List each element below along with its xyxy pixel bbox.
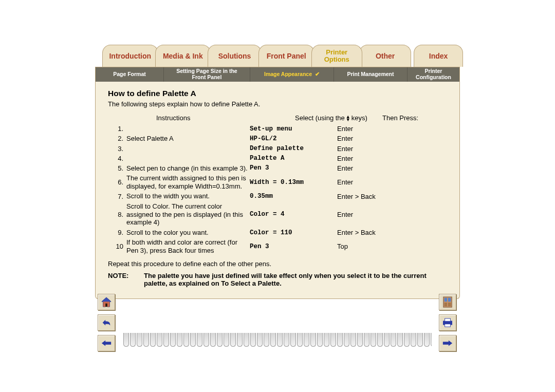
back-button[interactable] [98, 314, 115, 331]
row-select: Color = 110 [250, 229, 337, 236]
row-select: Define palette [250, 145, 337, 152]
tab-index[interactable]: Index [414, 45, 463, 67]
content-panel: How to define Palette A The following st… [95, 82, 460, 299]
home-button[interactable] [98, 294, 115, 310]
row-press: Enter [337, 135, 394, 142]
row-number: 6. [108, 178, 126, 186]
table-row: 7.Scroll to the width you want.0.35mmEnt… [108, 192, 449, 200]
row-press: Enter [337, 125, 394, 133]
repeat-text: Repeat this procedure to define each of … [108, 260, 449, 268]
row-instruction: Select Palette A [126, 135, 250, 143]
row-number: 5. [108, 164, 126, 172]
note-label: NOTE: [108, 272, 144, 287]
spiral-coil [157, 333, 162, 347]
svg-rect-3 [105, 304, 107, 307]
spiral-coil [163, 333, 169, 347]
row-press: Enter > Back [337, 193, 394, 200]
tab-other[interactable]: Other [359, 45, 411, 67]
spiral-coil [364, 333, 369, 347]
svg-rect-6 [448, 298, 451, 302]
row-press: Top [337, 242, 394, 250]
row-select: Set-up menu [250, 125, 337, 133]
spiral-coil [431, 333, 432, 347]
svg-marker-2 [102, 297, 111, 302]
row-instruction: Scroll to the color you want. [126, 229, 250, 237]
row-number: 7. [108, 193, 126, 200]
tab-media-ink[interactable]: Media & Ink [155, 45, 211, 67]
spiral-coil [417, 333, 423, 347]
prev-icon [101, 339, 112, 347]
spiral-coil [344, 333, 349, 347]
tab-front-panel[interactable]: Front Panel [258, 45, 314, 67]
spiral-coil [217, 333, 223, 347]
spiral-coil [330, 333, 336, 347]
spiral-coil [411, 333, 416, 347]
subtab-page-format[interactable]: Page Format [96, 67, 164, 82]
spiral-coil [317, 333, 323, 347]
row-press: Enter [337, 178, 394, 186]
spiral-coil [377, 333, 383, 347]
spiral-coil [424, 333, 430, 347]
spiral-coil [304, 333, 309, 347]
page-subtitle: The following steps explain how to defin… [108, 100, 449, 108]
prev-button[interactable] [98, 335, 115, 351]
tab-printer-line1: Printer [326, 49, 347, 56]
spiral-coil [337, 333, 343, 347]
table-row: 5.Select pen to change (in this example … [108, 164, 449, 173]
spiral-coil [130, 333, 136, 347]
tab-printer-options[interactable]: Printer Options [311, 45, 362, 67]
row-select: Color = 4 [250, 211, 337, 218]
svg-rect-7 [445, 303, 448, 306]
col-header-select: Select (using the ▲▼ keys) [295, 114, 382, 122]
subtab-setting-page-size[interactable]: Setting Page Size in the Front Panel [164, 67, 250, 82]
tab-introduction[interactable]: Introduction [102, 45, 158, 67]
row-press: Enter [337, 155, 394, 162]
row-number: 8. [108, 211, 126, 218]
row-number: 4. [108, 155, 126, 162]
table-header: Instructions Select (using the ▲▼ keys) … [108, 114, 449, 122]
row-press: Enter [337, 211, 394, 218]
spiral-coil [237, 333, 243, 347]
svg-rect-8 [448, 303, 451, 306]
spiral-coil [250, 333, 256, 347]
table-row: 4.Palette AEnter [108, 155, 449, 162]
svg-rect-5 [445, 298, 448, 302]
row-instruction: Scroll to Color. The current color assig… [126, 202, 250, 227]
subtab-printer-configuration[interactable]: Printer Configuration [408, 67, 459, 82]
table-row: 3.Define paletteEnter [108, 145, 449, 153]
table-row: 10If both width and color are correct (f… [108, 238, 449, 254]
print-button[interactable] [439, 314, 456, 331]
exit-icon [442, 296, 453, 308]
subtab-print-management[interactable]: Print Management [334, 67, 408, 82]
next-button[interactable] [439, 335, 456, 351]
spiral-coil [170, 333, 176, 347]
table-row: 6.The current width assigned to this pen… [108, 174, 449, 190]
col-header-press: Then Press: [382, 114, 439, 122]
row-instruction: Select pen to change (in this example 3)… [126, 164, 250, 173]
row-number: 9. [108, 229, 126, 236]
spiral-coil [290, 333, 296, 347]
tab-solutions[interactable]: Solutions [208, 45, 262, 67]
spiral-coil [324, 333, 329, 347]
help-page: Introduction Media & Ink Solutions Front… [95, 41, 460, 299]
updown-icon: ▲▼ [346, 115, 350, 121]
row-number: 10 [108, 242, 126, 250]
spiral-coil [297, 333, 303, 347]
row-number: 3. [108, 145, 126, 153]
spiral-coil [357, 333, 363, 347]
row-number: 2. [108, 135, 126, 142]
spiral-coil [123, 333, 129, 347]
spiral-coil [264, 333, 269, 347]
row-press: Enter [337, 164, 394, 172]
subtab-image-appearance[interactable]: Image Appearance ✔ [250, 67, 334, 82]
spiral-coil [350, 333, 356, 347]
spiral-binding [123, 333, 432, 348]
spiral-coil [177, 333, 182, 347]
row-press: Enter [337, 145, 394, 153]
table-row: 9.Scroll to the color you want.Color = 1… [108, 229, 449, 237]
spiral-coil [277, 333, 283, 347]
exit-button[interactable] [439, 294, 456, 310]
back-icon [101, 318, 112, 328]
spiral-coil [397, 333, 403, 347]
spiral-coil [270, 333, 276, 347]
